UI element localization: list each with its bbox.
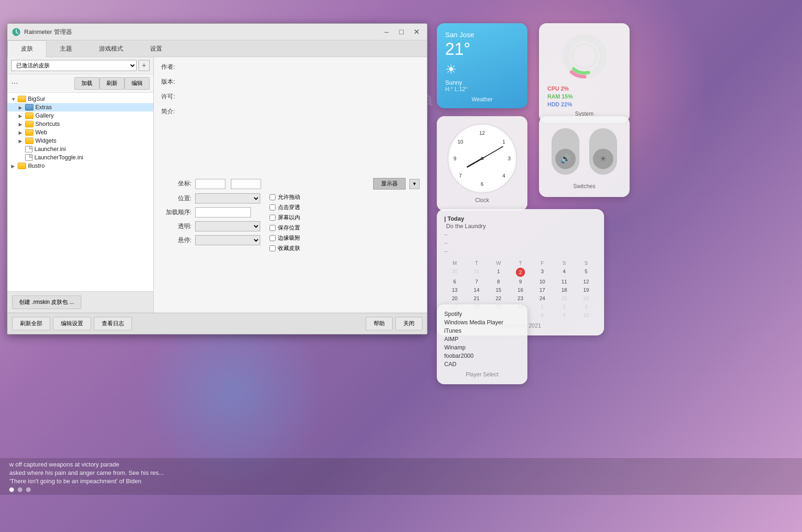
cal-day[interactable]: 25 xyxy=(554,295,575,302)
save-position-input[interactable] xyxy=(270,225,276,231)
cal-day[interactable]: 21 xyxy=(466,295,487,302)
snap-edges-input[interactable] xyxy=(270,235,276,241)
cal-day[interactable]: 5 xyxy=(576,268,597,277)
tree-item-extras[interactable]: ▶ Extras xyxy=(7,103,153,112)
cal-day[interactable]: 1 xyxy=(532,303,553,310)
tree-item-widgets[interactable]: ▶ Widgets xyxy=(7,137,153,145)
cal-day[interactable]: 26 xyxy=(576,295,597,302)
cal-day[interactable]: 8 xyxy=(532,311,553,319)
cal-day[interactable]: 18 xyxy=(554,286,575,294)
keep-screen-input[interactable] xyxy=(270,215,276,221)
switches-widget: 🔊 ☀ Switches xyxy=(539,116,630,197)
cal-day[interactable]: 12 xyxy=(576,278,597,285)
switch-brightness[interactable]: ☀ xyxy=(589,128,617,175)
cal-day[interactable]: 9 xyxy=(554,311,575,319)
transparent-select[interactable] xyxy=(195,221,260,231)
keep-screen-checkbox[interactable]: 屏幕以内 xyxy=(270,214,300,222)
cal-day[interactable]: 19 xyxy=(576,286,597,294)
dots-menu[interactable]: ... xyxy=(11,76,18,86)
click-through-input[interactable] xyxy=(270,204,276,210)
collect-skin-checkbox[interactable]: 收藏皮肤 xyxy=(270,244,300,252)
news-dot-2[interactable] xyxy=(18,487,22,492)
cal-day[interactable]: 17 xyxy=(532,286,553,294)
tab-skin[interactable]: 皮肤 xyxy=(7,40,46,57)
help-button[interactable]: 帮助 xyxy=(366,317,393,330)
tree-item-illustro[interactable]: ▶ illustro xyxy=(7,162,153,170)
tree-arrow-extras: ▶ xyxy=(19,105,25,110)
click-through-checkbox[interactable]: 点击穿透 xyxy=(270,204,300,211)
cal-day[interactable]: 31 xyxy=(466,268,487,277)
display-button[interactable]: 显示器 xyxy=(373,178,406,190)
cal-day[interactable]: 13 xyxy=(444,286,465,294)
keep-screen-label: 屏幕以内 xyxy=(278,214,300,222)
coord-y-input[interactable] xyxy=(231,179,261,189)
tree-item-launcher-toggle[interactable]: ▶ LauncherToggle.ini xyxy=(7,153,153,162)
cal-day[interactable]: 1 xyxy=(488,268,509,277)
tab-game-mode[interactable]: 游戏模式 xyxy=(85,40,137,57)
cal-day[interactable]: 22 xyxy=(488,295,509,302)
tree-item-launcher-ini[interactable]: ▶ Launcher.ini xyxy=(7,145,153,153)
cal-day[interactable]: 14 xyxy=(466,286,487,294)
cal-day[interactable]: 10 xyxy=(576,311,597,319)
cal-day[interactable]: 6 xyxy=(444,278,465,285)
cal-day[interactable]: 4 xyxy=(554,268,575,277)
cal-day[interactable]: 15 xyxy=(488,286,509,294)
player-item[interactable]: Spotify xyxy=(444,311,520,317)
save-position-checkbox[interactable]: 保存位置 xyxy=(270,224,300,232)
tab-settings[interactable]: 设置 xyxy=(137,40,176,57)
allow-drag-checkbox[interactable]: 允许拖动 xyxy=(270,193,300,201)
cal-day[interactable]: 2 xyxy=(554,303,575,310)
switch-volume[interactable]: 🔊 xyxy=(552,128,579,175)
cal-day[interactable]: 10 xyxy=(532,278,553,285)
tree-arrow-widgets: ▶ xyxy=(19,138,25,144)
display-dropdown-btn[interactable]: ▼ xyxy=(409,179,420,189)
cal-day[interactable]: 2 xyxy=(516,268,525,277)
tree-item-web[interactable]: ▶ Web xyxy=(7,128,153,137)
tree-item-bigsur[interactable]: ▼ BigSur xyxy=(7,95,153,103)
player-item[interactable]: iTunes xyxy=(444,328,520,334)
cal-day[interactable]: 9 xyxy=(510,278,531,285)
cal-day[interactable]: 7 xyxy=(466,278,487,285)
news-dot-1[interactable] xyxy=(9,487,14,492)
cal-day[interactable]: 3 xyxy=(532,268,553,277)
tree-item-shortcuts[interactable]: ▶ Shortcuts xyxy=(7,120,153,128)
load-button[interactable]: 加载 xyxy=(74,77,99,90)
cal-day[interactable]: 8 xyxy=(488,278,509,285)
close-button[interactable]: ✕ xyxy=(410,27,422,37)
cal-day[interactable]: 3 xyxy=(576,303,597,310)
cal-day[interactable]: 11 xyxy=(554,278,575,285)
maximize-button[interactable]: □ xyxy=(395,27,408,37)
cal-day[interactable]: 24 xyxy=(532,295,553,302)
player-item[interactable]: Winamp xyxy=(444,344,520,351)
player-item[interactable]: Windows Media Player xyxy=(444,319,520,326)
create-rmskin-button[interactable]: 创建 .rmskin 皮肤包 ... xyxy=(12,296,81,309)
coord-x-input[interactable] xyxy=(195,179,225,189)
edit-settings-button[interactable]: 编辑设置 xyxy=(53,317,91,330)
player-item[interactable]: CAD xyxy=(444,361,520,368)
cal-day[interactable]: 23 xyxy=(510,295,531,302)
add-skin-button[interactable]: + xyxy=(138,60,150,71)
suspend-select[interactable] xyxy=(195,235,260,245)
coord-label: 坐标: xyxy=(161,180,191,188)
tab-theme[interactable]: 主题 xyxy=(46,40,85,57)
player-item[interactable]: AIMP xyxy=(444,336,520,342)
cal-header: S xyxy=(554,259,575,267)
player-item[interactable]: foobar2000 xyxy=(444,353,520,359)
cal-day[interactable]: 20 xyxy=(444,295,465,302)
close-window-button[interactable]: 关闭 xyxy=(395,317,422,330)
edit-button[interactable]: 编辑 xyxy=(125,77,150,90)
cal-day[interactable]: 30 xyxy=(444,268,465,277)
refresh-all-button[interactable]: 刷新全部 xyxy=(12,317,50,330)
view-log-button[interactable]: 查看日志 xyxy=(94,317,132,330)
tree-item-gallery[interactable]: ▶ Gallery xyxy=(7,112,153,120)
load-order-input[interactable] xyxy=(195,207,251,217)
refresh-button[interactable]: 刷新 xyxy=(99,77,125,90)
allow-drag-input[interactable] xyxy=(270,194,276,200)
skin-dropdown[interactable]: 已激活的皮肤 xyxy=(11,60,137,71)
news-dot-3[interactable] xyxy=(26,487,31,492)
snap-edges-checkbox[interactable]: 边缘吸附 xyxy=(270,234,300,242)
cal-day[interactable]: 16 xyxy=(510,286,531,294)
position-select[interactable] xyxy=(195,193,260,204)
collect-skin-input[interactable] xyxy=(270,245,276,251)
minimize-button[interactable]: – xyxy=(381,27,393,37)
